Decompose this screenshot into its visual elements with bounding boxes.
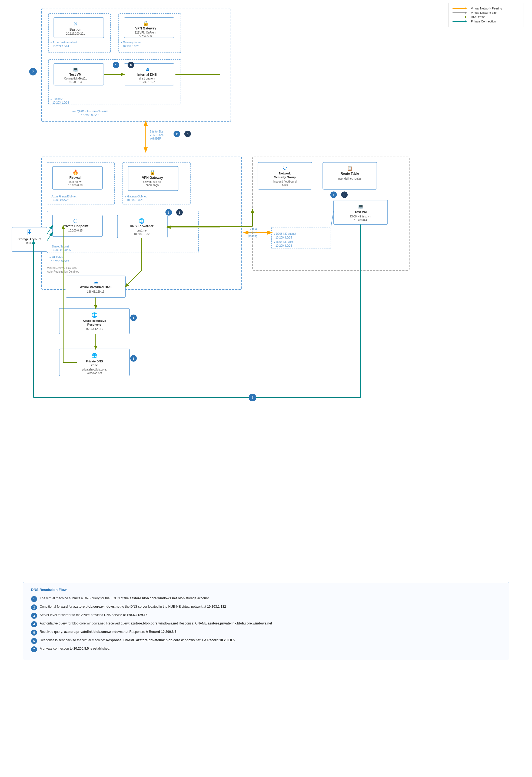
badge-6c-text: 6 <box>179 211 180 214</box>
apdns-ip: 168.63.129.16 <box>87 290 104 293</box>
svg-line-38 <box>47 226 52 234</box>
rt-icon: 📋 <box>347 166 353 171</box>
dnsf-icon: 🌐 <box>139 218 145 224</box>
flow-badge-7: 7 <box>31 646 37 652</box>
flow-text-7: A private connection to 10.200.8.5 is es… <box>40 646 501 651</box>
flow-item-2: 2 Conditional forward for azstore.blob.c… <box>31 604 501 610</box>
vnet1-ip: 10.203.0.0/16 <box>81 114 99 117</box>
legend-item-vnetlink: Virtual Network Link <box>452 11 520 14</box>
vpn-tunnel-label1: Site-to-Site <box>150 130 163 133</box>
pdns-title: Private DNS <box>86 360 103 363</box>
badge-1b-text: 1 <box>333 193 335 197</box>
pdns-domain2: windows.net <box>87 371 102 374</box>
svg-line-43 <box>331 211 334 227</box>
flow-text-5: Received query: azstore.privatelink.blob… <box>40 629 501 634</box>
vpn2-title: VPN Gateway <box>142 176 163 180</box>
vnl-label: Virtual Network Link with <box>47 267 77 269</box>
gateway-subnet-ip: 10.203.0.0/26 <box>123 45 139 48</box>
internaldns-ip: 10.203.1.132 <box>139 81 155 84</box>
flow-text-6: Response is sent back to the virtual mac… <box>40 638 501 643</box>
badge-6a-text: 6 <box>130 64 132 67</box>
bastion-subnet-ip: 10.203.2.0/24 <box>52 45 69 48</box>
testvm1-icon: 💻 <box>73 67 79 73</box>
d008-vnet-label: ⬧ D008-NE-vnet <box>274 240 293 243</box>
diagram-svg: ✕ Bastion 20.127.200.201 ⬧ AzureBastionS… <box>9 5 523 573</box>
legend-item-peering: Virtual Network Peering <box>452 7 520 10</box>
legend-item-private: Private Connection <box>452 20 520 23</box>
flow-item-7: 7 A private connection to 10.200.8.5 is … <box>31 646 501 652</box>
vpn1-name2: QH01-GW <box>139 34 152 37</box>
vpn-tunnel-label3: with BGP <box>149 137 161 140</box>
svg-line-39 <box>47 233 52 241</box>
vpn1-icon: 🔒 <box>143 20 149 26</box>
vpn-tunnel-label2: VPN Tunnel <box>150 134 164 136</box>
d008-vnet-ip: 10.200.8.0/24 <box>275 244 292 247</box>
vnet-peering-label3: peering <box>248 234 257 237</box>
testvm1-name: ConnectivityTest01 <box>64 77 87 80</box>
internaldns-name: dns1-onprem <box>139 77 155 80</box>
testvm1-title: Test VM <box>69 73 81 77</box>
flow-item-1: 1 The virtual machine submits a DNS quer… <box>31 596 501 602</box>
flow-badge-6: 6 <box>31 638 37 644</box>
fw-subnet-ip: 10.200.0.64/26 <box>51 199 69 202</box>
pe-ip: 10.200.0.15 <box>69 229 83 232</box>
badge-1a-text: 1 <box>115 64 117 67</box>
hubne-label: ⬧ HUB-NE <box>49 255 63 259</box>
dnsf-name: dns1-ne <box>137 229 147 232</box>
arr-ip: 168.63.129.16 <box>86 328 103 330</box>
gw-subnet-ip2: 10.200.0.0/26 <box>127 199 144 202</box>
pe-icon: ⬡ <box>73 218 78 224</box>
pdns-domain: privatelink.blob.core. <box>82 368 107 371</box>
badge-7a-text: 7 <box>32 70 34 74</box>
storage-desc: Blobs <box>26 242 33 245</box>
firewall-ip: 10.200.0.68 <box>69 184 83 187</box>
flow-legend-title: DNS Resolution Flow <box>31 588 501 592</box>
flow-legend: DNS Resolution Flow 1 The virtual machin… <box>23 582 509 660</box>
nsg-icon: 🛡 <box>283 166 287 171</box>
testvm2-icon: 💻 <box>358 204 364 210</box>
d008-subnet-ip: 10.200.8.0/25 <box>275 236 292 239</box>
testvm2-name: D008-NE-test-vm <box>350 215 371 218</box>
vpn2-name: s2svpn-hub-ne- <box>143 181 162 183</box>
arr-title: Azure Recursive <box>83 319 106 322</box>
d008-subnet-label: ⬧ D008-NE-subnet <box>274 232 296 235</box>
fw-subnet-label: ⬧ AzureFirewallSubnet <box>49 195 77 198</box>
flow-text-2: Conditional forward for azstore.blob.cor… <box>40 604 501 609</box>
flow-item-5: 5 Received query: azstore.privatelink.bl… <box>31 629 501 636</box>
flow-item-4: 4 Authoritative query for blob.core.wind… <box>31 621 501 627</box>
vnet-peering-label2: network <box>248 231 258 234</box>
badge-6d-text: 6 <box>344 193 345 197</box>
subnet1-ip: 10.203.1.0/24 <box>52 101 69 104</box>
vpn2-name2: onprem-gw <box>146 184 159 187</box>
firewall-icon: 🔥 <box>73 169 79 175</box>
legend-item-dns: DNS traffic <box>452 15 520 19</box>
nsg-title: Network <box>279 172 291 175</box>
flow-item-3: 3 Server level forwarder to the Azure-pr… <box>31 613 501 619</box>
flow-badge-1: 1 <box>31 596 37 602</box>
badge-3-text: 3 <box>168 211 169 214</box>
flow-text-1: The virtual machine submits a DNS query … <box>40 596 501 601</box>
main-container: Virtual Network Peering Virtual Network … <box>0 0 532 777</box>
legend-box: Virtual Network Peering Virtual Network … <box>448 3 524 27</box>
vpn2-icon: 🔒 <box>149 169 156 175</box>
rt-title: Route Table <box>341 172 359 176</box>
badge-5-text: 5 <box>133 357 134 360</box>
gateway-subnet-label: ⬧ GatewaySubnet <box>121 41 142 44</box>
gw-subnet-label2: ⬧ GatewaySubnet <box>125 195 146 198</box>
shared-subnet-ip: 10.200.0.128/25 <box>51 248 71 251</box>
vnet1-label: ⬧⬧ QH01-OnPrem-NE-vnet <box>72 110 108 113</box>
badge-7b-text: 7 <box>252 396 254 400</box>
bastion-ip: 20.127.200.201 <box>66 32 85 35</box>
vpn1-name: S2SVPN-OnPrem- <box>134 31 157 34</box>
pdns-icon: 🌐 <box>91 353 98 359</box>
flow-text-3: Server level forwarder to the Azure-prov… <box>40 613 501 618</box>
badge-6b-text: 6 <box>187 132 188 136</box>
subnet1-label: ⬧ Subnet-1 <box>50 98 64 101</box>
flow-badge-3: 3 <box>31 613 37 619</box>
bastion-title: Bastion <box>70 28 81 31</box>
badge-2-text: 2 <box>176 132 177 136</box>
svg-line-33 <box>125 270 142 287</box>
flow-text-4: Authoritative query for blob.core.window… <box>40 621 501 626</box>
dnsf-title: DNS Forwarder <box>130 224 153 228</box>
arr-icon: 🌐 <box>91 312 98 318</box>
